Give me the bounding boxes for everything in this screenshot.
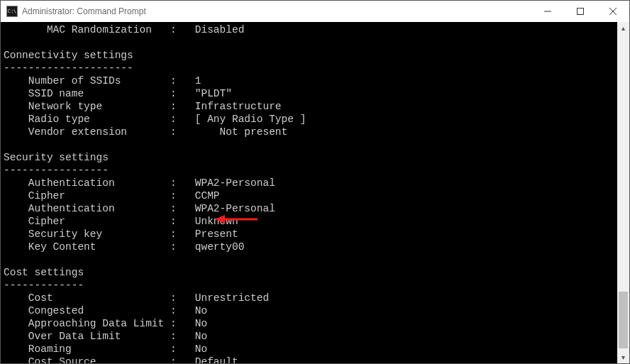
terminal-line: Cipher : CCMP <box>4 189 617 202</box>
scroll-thumb[interactable] <box>619 292 628 348</box>
svg-rect-1 <box>578 9 584 15</box>
close-button[interactable] <box>597 1 629 22</box>
terminal-line: --------------------- <box>4 62 617 75</box>
terminal-output[interactable]: MAC Randomization : Disabled Connectivit… <box>1 22 617 363</box>
title-left: Administrator: Command Prompt <box>1 6 146 17</box>
terminal-line: Authentication : WPA2-Personal <box>4 177 617 189</box>
terminal-line: Key Content : qwerty00 <box>4 241 617 253</box>
terminal-line <box>4 138 617 151</box>
scroll-down-arrow[interactable]: ▾ <box>617 351 629 363</box>
terminal-line: ----------------- <box>4 164 617 177</box>
titlebar[interactable]: Administrator: Command Prompt <box>1 1 629 22</box>
terminal-line: ------------- <box>4 279 617 292</box>
minimize-button[interactable] <box>531 1 564 22</box>
terminal-line: MAC Randomization : Disabled <box>4 23 617 36</box>
command-prompt-window: Administrator: Command Prompt MAC Random… <box>0 0 630 364</box>
terminal-line <box>4 253 617 266</box>
terminal-line: Authentication : WPA2-Personal <box>4 202 617 215</box>
terminal-line: Over Data Limit : No <box>4 330 617 343</box>
terminal-line: Cipher : Unknown <box>4 215 617 228</box>
terminal-line: Cost Source : Default <box>4 355 617 363</box>
terminal-line: Radio type : [ Any Radio Type ] <box>4 113 617 126</box>
maximize-button[interactable] <box>564 1 597 22</box>
window-title: Administrator: Command Prompt <box>22 6 146 16</box>
terminal-line: Cost : Unrestricted <box>4 292 617 304</box>
terminal-line: Cost settings <box>4 266 617 279</box>
terminal-line: Approaching Data Limit : No <box>4 317 617 330</box>
vertical-scrollbar[interactable]: ▴ ▾ <box>617 22 629 363</box>
window-controls <box>531 1 629 22</box>
terminal-line: Roaming : No <box>4 343 617 355</box>
terminal-line: Connectivity settings <box>4 49 617 62</box>
terminal-line: SSID name : "PLDT" <box>4 87 617 100</box>
terminal-line: Security key : Present <box>4 228 617 241</box>
cmd-icon <box>6 6 18 17</box>
terminal-line: Security settings <box>4 151 617 164</box>
terminal-line: Congested : No <box>4 304 617 317</box>
scroll-up-arrow[interactable]: ▴ <box>617 22 629 34</box>
terminal-line: Network type : Infrastructure <box>4 100 617 113</box>
terminal-line <box>4 36 617 49</box>
client-area: MAC Randomization : Disabled Connectivit… <box>1 22 629 363</box>
terminal-line: Number of SSIDs : 1 <box>4 75 617 87</box>
terminal-line: Vendor extension : Not present <box>4 126 617 138</box>
